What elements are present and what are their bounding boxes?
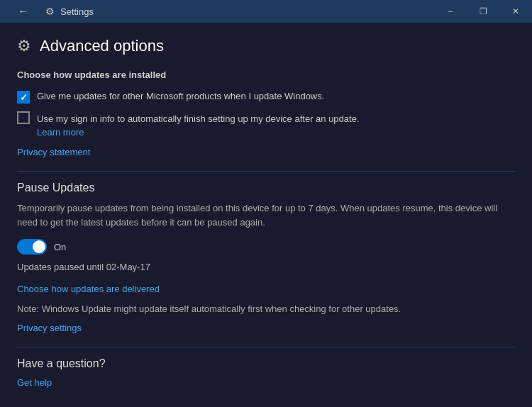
privacy-statement-link[interactable]: Privacy statement bbox=[17, 147, 90, 157]
divider1 bbox=[17, 171, 515, 172]
privacy-settings-link[interactable]: Privacy settings bbox=[17, 323, 82, 333]
checkbox1[interactable]: ✓ bbox=[17, 91, 30, 104]
titlebar-controls: − ❐ ✕ bbox=[434, 0, 532, 23]
question-title: Have a question? bbox=[17, 357, 515, 370]
checkbox2-content: Use my sign in info to automatically fin… bbox=[37, 112, 360, 138]
checkbox1-label: Give me updates for other Microsoft prod… bbox=[37, 90, 324, 103]
settings-icon: ⚙ bbox=[45, 6, 55, 17]
page-header: ⚙ Advanced options bbox=[17, 37, 515, 55]
close-button[interactable]: ✕ bbox=[499, 0, 532, 23]
toggle-thumb bbox=[33, 240, 45, 253]
get-help-link[interactable]: Get help bbox=[17, 377, 52, 388]
checkbox2-label: Use my sign in info to automatically fin… bbox=[37, 113, 360, 124]
divider2 bbox=[17, 347, 515, 347]
pause-until-label: Updates paused until bbox=[17, 262, 104, 272]
note-text: Note: Windows Update might update itself… bbox=[17, 303, 499, 314]
back-button[interactable]: ← bbox=[7, 0, 40, 23]
pause-updates-title: Pause Updates bbox=[17, 182, 515, 194]
checkmark1: ✓ bbox=[20, 93, 28, 102]
pause-toggle[interactable] bbox=[17, 239, 47, 255]
titlebar: ← ⚙ Settings − ❐ ✕ bbox=[0, 0, 532, 23]
restore-button[interactable]: ❐ bbox=[467, 0, 499, 23]
page-icon: ⚙ bbox=[17, 37, 31, 55]
checkbox2[interactable] bbox=[17, 111, 30, 124]
content-area: ⚙ Advanced options Choose how updates ar… bbox=[0, 23, 532, 407]
learn-more-link[interactable]: Learn more bbox=[37, 127, 84, 138]
section1-label: Choose how updates are installed bbox=[17, 69, 515, 80]
page-title: Advanced options bbox=[40, 37, 164, 55]
pause-date: Updates paused until 02-May-17 bbox=[17, 262, 515, 272]
privacy-statement-container: Privacy statement bbox=[17, 145, 515, 158]
pause-updates-desc: Temporarily pause updates from being ins… bbox=[17, 201, 499, 229]
learn-more-container: Learn more bbox=[37, 126, 360, 138]
toggle-label: On bbox=[54, 242, 66, 252]
deliver-link[interactable]: Choose how updates are delivered bbox=[17, 284, 160, 294]
pause-date-value: 02-May-17 bbox=[104, 262, 150, 272]
privacy-settings-container: Privacy settings bbox=[17, 321, 515, 334]
toggle-row: On bbox=[17, 239, 515, 255]
checkbox1-row: ✓ Give me updates for other Microsoft pr… bbox=[17, 90, 515, 104]
titlebar-left: ← ⚙ Settings bbox=[7, 0, 94, 23]
minimize-button[interactable]: − bbox=[434, 0, 467, 23]
titlebar-title: Settings bbox=[60, 6, 94, 17]
deliver-link-container: Choose how updates are delivered bbox=[17, 282, 515, 295]
checkbox2-row: Use my sign in info to automatically fin… bbox=[17, 111, 515, 138]
